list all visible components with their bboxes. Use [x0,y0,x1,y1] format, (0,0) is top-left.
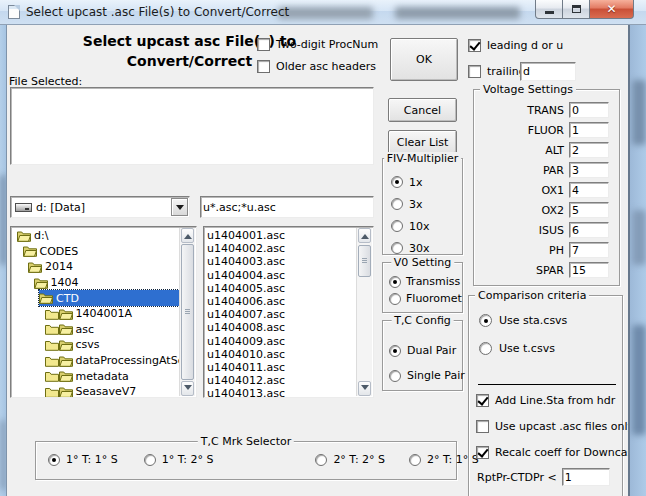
directory-item[interactable]: metadata [45,368,131,384]
header-option-checkbox[interactable]: Older asc headers [257,60,378,73]
tc-mrk-radio[interactable]: 2° T: 2° S [315,453,385,466]
fiv-multiplier-radio[interactable]: 3x [391,193,462,215]
voltage-channel-input[interactable] [569,182,609,198]
comparison-option-checkbox[interactable]: Add Line.Sta from hdr [476,394,628,407]
trailing-checkbox[interactable]: trailing [468,65,526,78]
file-list-item[interactable]: u1404007.asc [204,308,373,321]
directory-item[interactable]: 1404 [34,275,94,291]
minimize-button[interactable] [535,0,563,19]
directory-item[interactable]: SeasaveV7 [45,384,139,398]
file-list-item[interactable]: u1404011.asc [204,361,373,374]
v0-setting-radio[interactable]: Transmiss [389,273,462,290]
directory-item[interactable]: d:\ [17,228,77,244]
tc-config-radio[interactable]: Single Pair [389,363,462,388]
voltage-channel-input[interactable] [569,222,609,238]
tc-mrk-radio[interactable]: 1° T: 2° S [144,453,214,466]
file-list-item[interactable]: u1404006.asc [204,295,373,308]
drive-dropdown-button[interactable] [171,198,188,216]
scroll-down-icon[interactable] [181,381,194,396]
voltage-channel-input[interactable] [569,202,609,218]
radio-icon [391,176,403,188]
file-list-item[interactable]: u1404003.asc [204,255,373,268]
file-list-item[interactable]: u1404013.asc [204,387,373,398]
tc-mrk-radio[interactable]: 1° T: 1° S [48,453,118,466]
tc-config-radio[interactable]: Dual Pair [389,338,462,363]
comparison-option-checkbox[interactable]: Recalc coeff for Downcast [476,446,628,459]
voltage-channel-label: PH [549,244,564,257]
radio-icon [479,314,492,327]
cancel-button[interactable]: Cancel [388,98,457,122]
threshold-input[interactable] [562,468,610,486]
screenshot-root: Select upcast .asc File(s) to Convert/Co… [0,0,646,496]
scrollbar-thumb[interactable] [358,245,371,277]
directory-item[interactable]: 2014 [28,259,88,275]
window-titlebar: Select upcast .asc File(s) to Convert/Co… [0,0,646,25]
use-t-csvs-radio[interactable]: Use t.csvs [479,342,555,355]
directory-item[interactable]: csvs [45,337,105,353]
file-list-item[interactable]: u1404012.asc [204,374,373,387]
voltage-channel-input[interactable] [569,262,609,278]
window-border-left [0,25,7,496]
radio-label: Fluoromet [406,292,462,305]
voltage-channel-label: OX1 [542,184,565,197]
file-selected-listbox[interactable] [10,87,374,165]
ok-button[interactable]: OK [390,38,458,81]
file-list-item[interactable]: u1404005.asc [204,282,373,295]
checkbox-icon [468,39,481,52]
directory-item[interactable]: CODES [23,244,83,260]
file-list-item[interactable]: u1404010.asc [204,348,373,361]
directory-item[interactable]: 1404001A [45,306,135,322]
radio-icon [315,454,327,466]
file-list-item[interactable]: u1404001.asc [204,229,373,242]
voltage-channel-input[interactable] [569,142,609,158]
directory-name: d:\ [34,229,48,242]
directory-item[interactable]: asc [45,322,105,338]
voltage-row: PH [474,242,609,258]
v0-setting-radio[interactable]: Fluoromet [389,290,462,307]
voltage-channel-input[interactable] [569,102,609,118]
radio-label: 3x [409,198,423,211]
leading-d-or-u-checkbox[interactable]: leading d or u [468,39,563,52]
radio-icon [48,454,60,466]
fiv-multiplier-radio[interactable]: 1x [391,171,462,193]
tc-config-group: T,C Config Dual Pair Single Pair [382,320,463,391]
checkbox-icon [476,446,489,459]
header-option-checkbox[interactable]: Two-digit ProcNum [257,38,378,51]
checkbox-label: Use upcast .asc files only [495,420,628,433]
group-title: Comparison criteria [475,289,589,302]
clear-list-button[interactable]: Clear List [388,130,457,154]
voltage-channel-input[interactable] [569,242,609,258]
directory-name: dataProcessingAtSea [76,354,192,367]
radio-icon [389,345,401,357]
directory-item[interactable]: dataProcessingAtSea [45,353,194,369]
scroll-up-icon[interactable] [181,228,194,243]
close-button[interactable]: ✕ [590,0,634,19]
radio-label: 30x [409,242,430,255]
fiv-multiplier-radio[interactable]: 10x [391,215,462,237]
chevron-down-icon [176,205,184,214]
checkbox-icon [476,394,489,407]
file-pattern-input[interactable] [200,196,374,218]
folder-icon [39,292,53,304]
scrollbar-thumb[interactable] [181,244,194,380]
directory-scrollbar[interactable] [179,228,195,396]
comparison-option-checkbox[interactable]: Use upcast .asc files only [476,420,628,433]
file-list-item[interactable]: u1404004.asc [204,269,373,282]
use-sta-csvs-radio[interactable]: Use sta.csvs [479,314,567,327]
voltage-channel-input[interactable] [569,162,609,178]
scroll-up-icon[interactable] [358,228,371,243]
file-list-item[interactable]: u1404002.asc [204,242,373,255]
v0-setting-group: V0 Setting Transmiss Fluoromet [382,262,463,313]
directory-item[interactable]: CTD [39,290,183,306]
file-list-item[interactable]: u1404009.asc [204,335,373,348]
header-options: Two-digit ProcNum Older asc headers [257,38,378,73]
trailing-char-input[interactable] [520,62,576,81]
radio-label: 2° T: 2° S [333,453,385,466]
file-list-scrollbar[interactable] [356,228,372,396]
file-list-item[interactable]: u1404008.asc [204,321,373,334]
maximize-button[interactable] [563,0,590,19]
drive-selector[interactable]: d: [Data] [10,196,190,218]
scroll-down-icon[interactable] [358,381,371,396]
voltage-channel-input[interactable] [569,122,609,138]
threshold-label: RptPr-CTDPr < [477,471,557,484]
